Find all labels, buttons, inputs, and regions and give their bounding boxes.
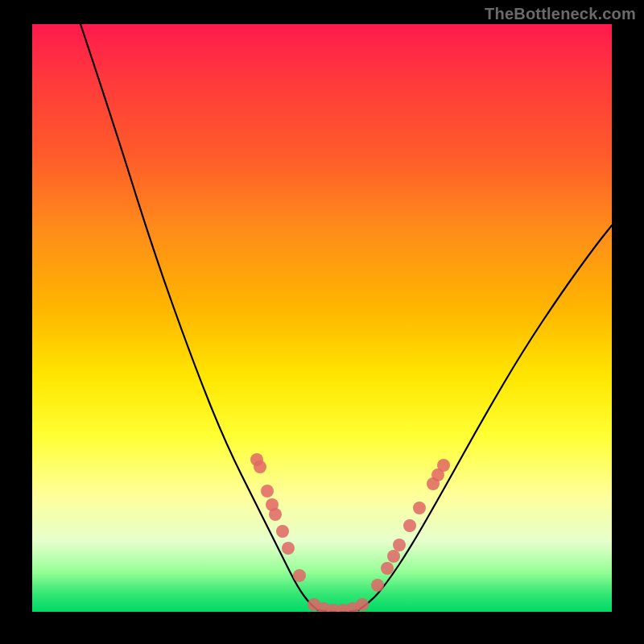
data-marker [393,539,406,551]
plot-area [32,24,612,612]
data-marker [261,485,274,497]
data-marker [269,508,282,521]
data-marker [371,579,384,592]
data-marker [356,598,369,611]
chart-svg [32,24,612,612]
data-marker [387,550,400,563]
data-marker [403,519,416,532]
data-marker [293,569,306,582]
data-marker [282,542,295,555]
data-marker [254,460,266,473]
data-marker [437,459,450,472]
data-marker [276,525,289,538]
chart-frame: TheBottleneck.com [0,0,644,644]
data-marker [413,502,426,514]
curve-left [80,24,318,610]
data-marker [381,562,394,575]
watermark-text: TheBottleneck.com [485,5,636,23]
markers-group [250,453,450,612]
